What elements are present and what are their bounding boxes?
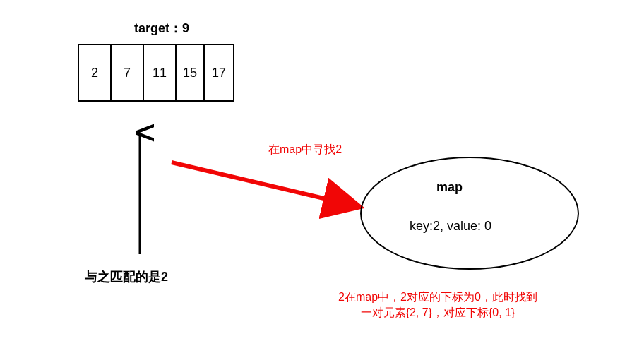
array-cell: 17 <box>205 45 233 100</box>
explain-line: 一对元素{2, 7}，对应下标{0, 1} <box>304 305 572 321</box>
array-cell: 11 <box>144 45 177 100</box>
lookup-arrow <box>166 155 371 219</box>
explanation-text: 2在map中，2对应的下标为0，此时找到 一对元素{2, 7}，对应下标{0, … <box>304 289 572 321</box>
array-container: 2 7 11 15 17 <box>78 44 234 102</box>
svg-line-1 <box>172 162 357 206</box>
array-cell: 7 <box>112 45 144 100</box>
pointer-up-arrow <box>126 120 154 261</box>
array-cell: 2 <box>79 45 112 100</box>
map-key-value: key:2, value: 0 <box>410 219 491 234</box>
array-cell: 15 <box>177 45 205 100</box>
map-title: map <box>436 180 463 195</box>
map-ellipse <box>360 157 579 270</box>
explain-line: 2在map中，2对应的下标为0，此时找到 <box>304 289 572 305</box>
match-label: 与之匹配的是2 <box>85 268 168 285</box>
target-label: target：9 <box>134 20 189 37</box>
